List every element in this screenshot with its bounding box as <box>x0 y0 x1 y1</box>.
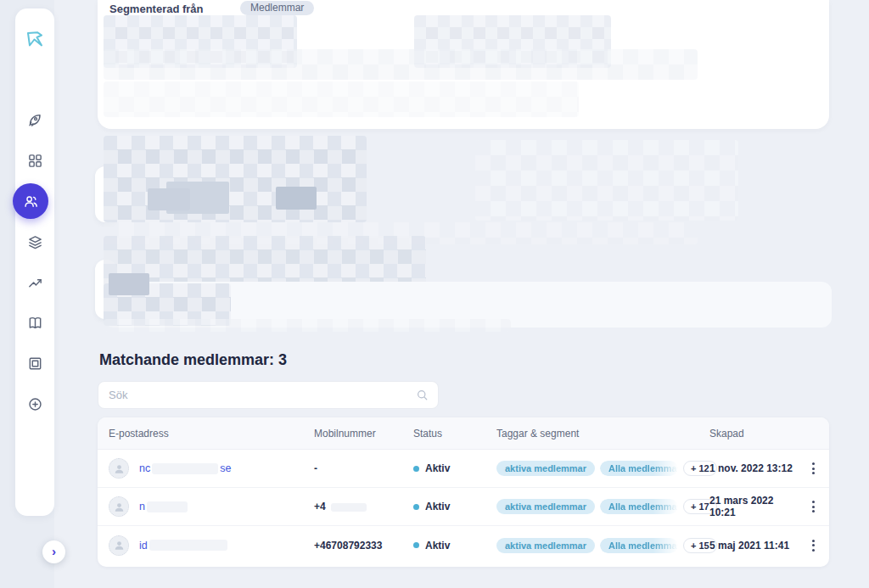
frame-icon <box>27 356 43 372</box>
people-icon <box>23 193 39 210</box>
book-icon <box>27 315 43 331</box>
chevron-right-icon: › <box>52 545 56 557</box>
email-visible-start: id <box>139 540 148 552</box>
redacted-content-block <box>109 273 149 295</box>
redacted-content-block <box>104 49 698 80</box>
created-date: 21 mars 2022 10:21 <box>709 495 794 518</box>
app-logo[interactable] <box>25 29 45 49</box>
col-header-created[interactable]: Skapad <box>709 428 794 440</box>
tag-pill[interactable]: aktiva medlemmar <box>496 499 595 514</box>
sidebar-expand-button[interactable]: › <box>42 540 65 563</box>
status-label: Aktiv <box>425 501 450 512</box>
plus-circle-icon <box>27 396 43 412</box>
redacted-content-block <box>104 319 511 332</box>
email-visible-end: se <box>220 462 231 474</box>
mobile-redacted <box>331 503 367 512</box>
col-header-mobile[interactable]: Mobilnummer <box>314 428 413 440</box>
status-dot-icon <box>413 466 419 472</box>
tag-pill[interactable]: aktiva medlemmar <box>496 461 595 476</box>
app-window: › Segmenterad från Medlemmar Matchande m… <box>0 0 869 588</box>
table-header: E-postadress Mobilnummer Status Taggar &… <box>98 417 829 450</box>
mobile-number: +4 <box>314 501 326 512</box>
redacted-content-block <box>276 187 317 210</box>
avatar <box>109 458 129 479</box>
status-label: Aktiv <box>425 462 450 474</box>
row-menu-kebab-icon[interactable] <box>809 497 818 516</box>
avatar <box>109 496 129 517</box>
table-row[interactable]: nc se - Aktiv aktiva medlemmar Alla medl… <box>98 450 829 488</box>
member-email-link[interactable]: n <box>139 501 189 512</box>
table-body: nc se - Aktiv aktiva medlemmar Alla medl… <box>98 450 829 564</box>
tab-members[interactable]: Medlemmar <box>240 1 314 15</box>
sidebar <box>15 8 54 516</box>
tag-pill[interactable]: aktiva medlemmar <box>496 538 595 553</box>
tag-pill[interactable]: Alla medlemmar <box>600 461 678 476</box>
redacted-content-block <box>148 188 190 210</box>
email-redacted <box>147 501 188 512</box>
col-header-email[interactable]: E-postadress <box>109 428 314 440</box>
sidebar-item-analytics[interactable] <box>15 267 54 298</box>
trend-icon <box>27 275 43 291</box>
member-email-link[interactable]: nc se <box>139 462 231 474</box>
row-menu-kebab-icon[interactable] <box>809 459 818 478</box>
members-table: E-postadress Mobilnummer Status Taggar &… <box>98 417 829 567</box>
paper-plane-logo-icon <box>25 29 45 49</box>
created-date: 5 maj 2021 11:41 <box>709 540 794 552</box>
tab-segmented-from[interactable]: Segmenterad från <box>109 3 204 15</box>
row-menu-kebab-icon[interactable] <box>809 536 818 555</box>
col-header-tags[interactable]: Taggar & segment <box>496 428 709 440</box>
created-date: 1 nov. 2022 13:12 <box>709 462 794 474</box>
email-redacted <box>152 463 218 474</box>
sidebar-item-templates[interactable] <box>15 348 54 378</box>
mobile-number: - <box>314 462 317 474</box>
sidebar-item-dashboard[interactable] <box>15 145 54 176</box>
search-input[interactable] <box>98 389 416 401</box>
tag-pill[interactable]: Alla medlemmar <box>600 499 678 514</box>
col-header-status[interactable]: Status <box>413 428 496 440</box>
sidebar-item-members[interactable] <box>13 183 48 219</box>
tag-pill[interactable]: Alla medlemmar <box>600 538 678 553</box>
search-icon <box>416 389 429 401</box>
redacted-content-block <box>104 136 367 222</box>
status-label: Aktiv <box>425 540 450 552</box>
member-email-link[interactable]: id <box>139 540 229 552</box>
grid-icon <box>27 153 43 169</box>
avatar <box>109 535 129 556</box>
sidebar-item-campaigns[interactable] <box>15 104 54 135</box>
layers-icon <box>27 234 43 250</box>
rocket-icon <box>27 112 43 128</box>
search-box <box>98 381 439 409</box>
status-dot-icon <box>413 504 419 510</box>
email-visible-start: nc <box>139 462 150 474</box>
table-row[interactable]: id +46708792333 Aktiv aktiva medlemmar A… <box>98 526 829 564</box>
mobile-number: +46708792333 <box>314 540 382 552</box>
redacted-content-block <box>475 140 738 221</box>
sidebar-item-brandbook[interactable] <box>15 307 54 338</box>
sidebar-item-add[interactable] <box>15 389 54 419</box>
status-dot-icon <box>413 542 419 548</box>
redacted-content-block <box>104 81 579 117</box>
sidebar-item-segments[interactable] <box>15 227 54 257</box>
email-redacted <box>149 540 227 551</box>
table-row[interactable]: n +4 Aktiv aktiva medlemmar Alla medlemm… <box>98 488 829 526</box>
matching-members-heading: Matchande medlemmar: 3 <box>99 351 287 369</box>
email-visible-start: n <box>139 501 145 512</box>
